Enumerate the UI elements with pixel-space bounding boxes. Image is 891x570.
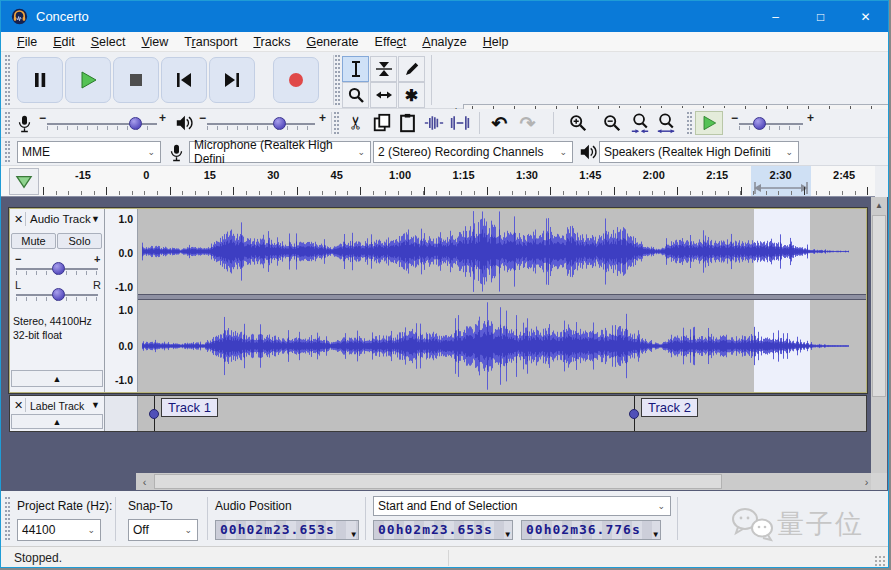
zoom-fit-button[interactable] xyxy=(653,111,678,135)
label-marker-icon[interactable] xyxy=(629,409,639,419)
play-button[interactable] xyxy=(65,57,111,103)
selection-toolbar-grip[interactable] xyxy=(5,497,10,540)
timeline-ruler[interactable]: -1501530451:001:151:301:452:002:152:302:… xyxy=(1,166,875,197)
vertical-scrollbar[interactable]: ▲ xyxy=(871,197,887,473)
mute-button[interactable]: Mute xyxy=(11,233,56,249)
zoom-selection-button[interactable] xyxy=(627,111,652,135)
record-button[interactable] xyxy=(273,57,319,103)
recording-volume-thumb[interactable] xyxy=(129,117,142,130)
undo-button[interactable]: ↶ xyxy=(487,111,512,135)
title-bar[interactable]: Concerto – □ ✕ xyxy=(1,1,888,32)
skip-to-end-button[interactable] xyxy=(209,57,255,103)
audio-track-collapse-button[interactable]: ▲ xyxy=(11,370,103,387)
audio-position-field[interactable]: 00h02m23.653s ▼ xyxy=(215,520,359,540)
menu-effect[interactable]: Effect xyxy=(367,32,415,52)
transport-toolbar-grip[interactable] xyxy=(5,55,10,105)
copy-button[interactable] xyxy=(369,111,394,135)
mixer-toolbar-grip[interactable] xyxy=(5,112,10,134)
recording-volume-slider[interactable] xyxy=(47,117,157,131)
selection-tool-button[interactable] xyxy=(342,56,369,82)
gain-slider[interactable] xyxy=(16,262,98,276)
timeline-options-button[interactable] xyxy=(9,168,39,195)
edit-toolbar-grip[interactable] xyxy=(334,112,339,134)
snap-to-select[interactable]: Off⌄ xyxy=(128,519,198,541)
cut-button[interactable]: ✂ xyxy=(343,111,368,135)
label-track-close-button[interactable]: ✕ xyxy=(12,398,26,412)
maximize-button[interactable]: □ xyxy=(798,1,843,32)
playback-device-select[interactable]: Speakers (Realtek High Definiti⌄ xyxy=(599,141,799,163)
solo-button[interactable]: Solo xyxy=(57,233,102,249)
recording-device-select[interactable]: Microphone (Realtek High Defini⌄ xyxy=(189,141,371,163)
menu-tracks[interactable]: Tracks xyxy=(245,32,298,52)
audio-track-menu-icon[interactable]: ▼ xyxy=(91,214,100,224)
horizontal-scroll-thumb[interactable] xyxy=(154,474,722,489)
zoom-tool-button[interactable] xyxy=(342,82,369,108)
play-at-speed-grip[interactable] xyxy=(687,112,692,134)
playback-volume-thumb[interactable] xyxy=(273,117,286,130)
menu-transport[interactable]: Transport xyxy=(176,32,245,52)
menu-generate[interactable]: Generate xyxy=(298,32,366,52)
waveform-canvas-ch1[interactable] xyxy=(138,209,866,294)
vertical-scroll-thumb[interactable] xyxy=(872,215,886,397)
resize-grip[interactable] xyxy=(875,556,885,566)
pan-thumb[interactable] xyxy=(52,288,65,301)
label-area[interactable]: Track 1Track 2 xyxy=(138,396,866,431)
label-text[interactable]: Track 2 xyxy=(641,398,698,417)
scroll-left-button[interactable]: ‹ xyxy=(136,473,153,490)
timeline-label: 15 xyxy=(204,169,216,181)
play-speed-thumb[interactable] xyxy=(753,117,766,130)
paste-button[interactable] xyxy=(395,111,420,135)
tools-toolbar-grip[interactable] xyxy=(335,55,340,105)
selection-end-dd-icon[interactable]: ▼ xyxy=(653,526,658,544)
stop-button[interactable] xyxy=(113,57,159,103)
playback-volume-slider[interactable] xyxy=(207,117,315,131)
play-at-speed-button[interactable] xyxy=(695,111,723,135)
pan-slider[interactable] xyxy=(16,288,98,302)
audio-track-title[interactable]: Audio Track xyxy=(30,213,91,225)
silence-audio-button[interactable] xyxy=(447,111,472,135)
envelope-tool-button[interactable] xyxy=(370,56,397,82)
horizontal-scrollbar[interactable]: ‹ › xyxy=(136,473,875,490)
scroll-up-button[interactable]: ▲ xyxy=(871,197,887,213)
time-shift-tool-button[interactable] xyxy=(370,82,397,108)
selection-start-dd-icon[interactable]: ▼ xyxy=(505,526,510,544)
channel-1[interactable] xyxy=(138,209,866,294)
selection-mode-select[interactable]: Start and End of Selection⌄ xyxy=(373,496,671,516)
channel-2[interactable] xyxy=(138,300,866,392)
close-button[interactable]: ✕ xyxy=(843,1,888,32)
selection-end-field[interactable]: 00h02m36.776s ▼ xyxy=(521,520,661,540)
label-text[interactable]: Track 1 xyxy=(161,398,218,417)
trim-audio-button[interactable] xyxy=(421,111,446,135)
redo-button[interactable]: ↷ xyxy=(515,111,540,135)
draw-tool-button[interactable] xyxy=(398,56,425,82)
waveform-area[interactable] xyxy=(138,209,866,392)
label-marker-icon[interactable] xyxy=(149,409,159,419)
zoom-in-button[interactable] xyxy=(565,111,590,135)
project-rate-select[interactable]: 44100⌄ xyxy=(17,519,101,541)
menu-select[interactable]: Select xyxy=(83,32,134,52)
selection-start-field[interactable]: 00h02m23.653s ▼ xyxy=(373,520,513,540)
label-track-title[interactable]: Label Track xyxy=(30,400,84,412)
multi-tool-button[interactable]: ✱ xyxy=(398,82,425,108)
audio-track-close-button[interactable]: ✕ xyxy=(12,212,26,226)
watermark-text: 量子位 xyxy=(777,506,864,542)
menu-analyze[interactable]: Analyze xyxy=(414,32,474,52)
label-track-menu-icon[interactable]: ▼ xyxy=(91,400,100,410)
waveform-canvas-ch2[interactable] xyxy=(138,300,866,392)
minimize-button[interactable]: – xyxy=(753,1,798,32)
audio-host-select[interactable]: MME⌄ xyxy=(17,141,161,163)
recording-channels-select[interactable]: 2 (Stereo) Recording Channels⌄ xyxy=(373,141,573,163)
vertical-scale-ruler[interactable]: 1.0 0.0 -1.0 1.0 0.0 -1.0 xyxy=(105,209,138,392)
skip-to-start-button[interactable] xyxy=(161,57,207,103)
menu-view[interactable]: View xyxy=(133,32,176,52)
zoom-out-button[interactable] xyxy=(599,111,624,135)
menu-file[interactable]: File xyxy=(9,32,45,52)
menu-edit[interactable]: Edit xyxy=(45,32,83,52)
audio-position-dd-icon[interactable]: ▼ xyxy=(351,526,356,544)
label-track-collapse-button[interactable]: ▲ xyxy=(11,414,103,429)
device-toolbar-grip[interactable] xyxy=(5,141,10,162)
menu-help[interactable]: Help xyxy=(475,32,517,52)
pause-button[interactable] xyxy=(17,57,63,103)
gain-thumb[interactable] xyxy=(52,262,65,275)
play-speed-slider[interactable] xyxy=(739,117,803,131)
